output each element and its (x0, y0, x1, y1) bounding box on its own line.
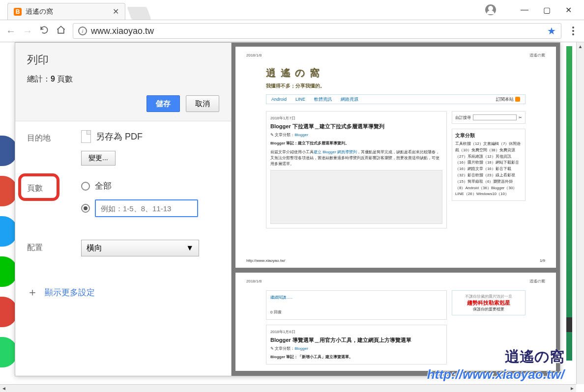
layout-value: 橫向 (87, 243, 102, 253)
vertical-scrollbar[interactable]: ▲ (576, 42, 584, 384)
forward-button[interactable]: → (23, 26, 32, 37)
user-avatar-icon[interactable] (485, 4, 496, 15)
page-content: 列印 總計：9 頁數 儲存 取消 目的地 另存為 PDF (0, 42, 584, 392)
url-field[interactable]: i www.xiaoyao.tw ★ (73, 23, 561, 39)
preview-footer-url: http://www.xiaoyao.tw/ (246, 258, 285, 263)
horizontal-scrollbar[interactable]: ◄ ► (0, 384, 576, 392)
change-destination-button[interactable]: 變更... (81, 151, 116, 166)
reload-button[interactable] (39, 25, 49, 37)
destination-label: 目的地 (27, 130, 81, 143)
preview-page-1: 2018/1/8 逍遙の窩 逍 遙 の 窩 我懂得不多；分享我懂的。 Andro… (235, 47, 556, 268)
minimize-button[interactable]: — (521, 5, 528, 14)
preview-page-2: 2018/1/8 逍遙の窩 繼續閱讀...... 0 回復 2018年1月6日 … (235, 273, 556, 371)
preview-nav: AndroidLINE軟體資訊網路資源 訂閱本站 (266, 94, 526, 104)
print-settings-panel: 列印 總計：9 頁數 儲存 取消 目的地 另存為 PDF (15, 43, 232, 376)
preview-page-number: 1/9 (540, 258, 545, 263)
site-tagline: 我懂得不多；分享我懂的。 (266, 83, 545, 89)
home-button[interactable] (56, 25, 66, 37)
pdf-file-icon (81, 130, 91, 143)
continue-reading-link: 繼續閱讀...... (270, 295, 292, 300)
blogger-favicon-icon: B (14, 8, 22, 16)
preview-ad: 不讓你珍藏的圖片毀於一旦 趨勢科技勒索剋星 保護你的重要檔案 (452, 290, 526, 315)
maximize-button[interactable]: ▢ (543, 5, 551, 15)
rss-icon (515, 97, 520, 102)
site-logo: 逍 遙 の 窩 (266, 66, 545, 80)
address-bar: ← → i www.xiaoyao.tw ★ (0, 20, 584, 42)
preview-thumbnail (270, 170, 442, 224)
preview-source: 逍遙の窩 (529, 53, 545, 58)
plus-icon: ＋ (27, 285, 38, 300)
site-info-icon[interactable]: i (78, 27, 87, 35)
pages-custom-radio[interactable] (81, 204, 90, 213)
save-button[interactable]: 儲存 (146, 95, 180, 112)
tab-title: 逍遙の窩 (26, 7, 109, 16)
layout-select[interactable]: 橫向 ▼ (81, 240, 199, 256)
highlight-annotation (18, 173, 59, 201)
print-preview-pane[interactable]: 2018/1/8 逍遙の窩 逍 遙 の 窩 我懂得不多；分享我懂的。 Andro… (232, 43, 560, 376)
preview-categories: 文章分類 工具軟體（12）文書編輯（7）休閒遊戲（10）免費空間（38）免費資源… (452, 129, 526, 201)
more-settings-toggle[interactable]: ＋ 顯示更多設定 (15, 280, 231, 305)
destination-value: 另存為 PDF (96, 131, 143, 142)
preview-search-box: 自訂搜尋✂ (452, 111, 526, 124)
pages-all-label: 全部 (95, 180, 112, 192)
pages-range-input[interactable] (95, 199, 198, 217)
back-button[interactable]: ← (6, 26, 16, 37)
preview-source: 逍遙の窩 (529, 279, 545, 284)
scroll-left-icon[interactable]: ◄ (0, 385, 8, 392)
scroll-right-icon[interactable]: ► (568, 385, 576, 392)
new-tab-button[interactable] (127, 7, 151, 20)
cancel-button[interactable]: 取消 (186, 95, 219, 112)
close-window-button[interactable]: ✕ (565, 5, 572, 15)
search-icon: ✂ (519, 115, 522, 120)
background-decoration (566, 317, 572, 332)
tab-close-icon[interactable]: ✕ (113, 7, 119, 16)
url-text: www.xiaoyao.tw (91, 26, 543, 36)
print-total: 總計：9 頁數 (27, 74, 219, 84)
chevron-down-icon: ▼ (186, 244, 194, 252)
scroll-up-icon[interactable]: ▲ (577, 42, 584, 50)
window-controls: — ▢ ✕ (485, 0, 584, 20)
layout-label: 配置 (27, 240, 81, 253)
browser-tab[interactable]: B 逍遙の窩 ✕ (7, 3, 125, 20)
print-dialog: 列印 總計：9 頁數 儲存 取消 目的地 另存為 PDF (15, 42, 560, 376)
background-decoration (566, 46, 572, 361)
preview-date: 2018/1/8 (246, 279, 262, 283)
pages-all-radio[interactable] (81, 182, 90, 191)
preview-date: 2018/1/8 (246, 53, 262, 57)
bookmark-star-icon[interactable]: ★ (547, 25, 556, 37)
preview-post: 2018年1月7日 Blogger 下拉選單＿建立下拉式多層選單導覽列 ✎ 文章… (266, 111, 447, 228)
chrome-menu-button[interactable] (568, 27, 578, 35)
print-title: 列印 (27, 53, 219, 67)
